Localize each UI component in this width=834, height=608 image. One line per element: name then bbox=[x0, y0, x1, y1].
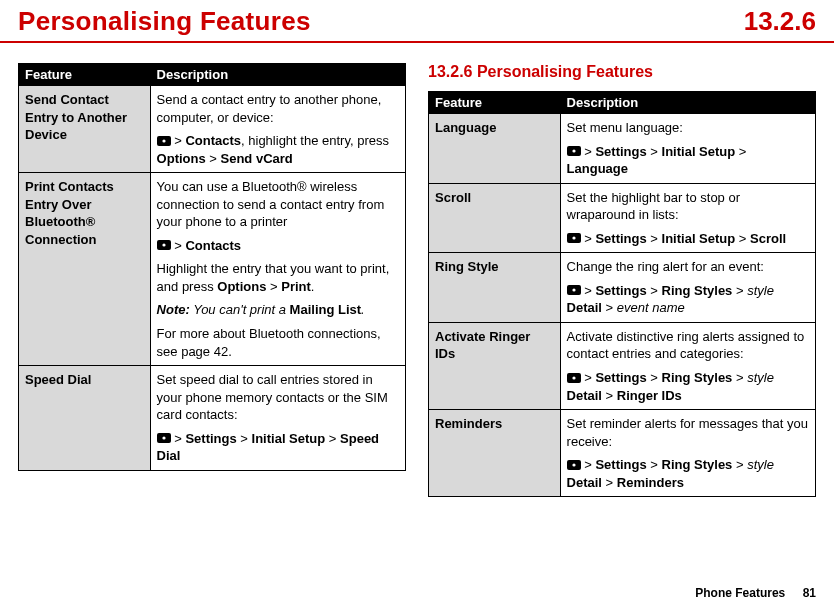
table-row: Print Contacts Entry Over Bluetooth® Con… bbox=[19, 173, 406, 366]
gt: > bbox=[584, 283, 595, 298]
desc-text: Change the ring alert for an event: bbox=[567, 258, 809, 276]
gt: > bbox=[647, 144, 662, 159]
note-text: You can't print a bbox=[190, 302, 290, 317]
menu-item: Settings bbox=[595, 457, 646, 472]
desc-text: Set speed dial to call entries stored in… bbox=[157, 371, 399, 424]
note: Note: You can't print a Mailing List. bbox=[157, 301, 399, 319]
gt: > bbox=[647, 457, 662, 472]
desc-text: For more about Bluetooth connections, se… bbox=[157, 325, 399, 360]
menu-item: Detail bbox=[567, 475, 602, 490]
center-key-icon bbox=[567, 146, 581, 156]
feature-desc: Send a contact entry to another phone, c… bbox=[150, 86, 405, 173]
menu-item: Settings bbox=[595, 283, 646, 298]
menu-item: Language bbox=[567, 161, 628, 176]
menu-path: > Settings > Ring Styles > style Detail … bbox=[567, 282, 809, 317]
menu-item: Settings bbox=[595, 231, 646, 246]
feature-desc: Set speed dial to call entries stored in… bbox=[150, 366, 405, 471]
feature-name: Speed Dial bbox=[19, 366, 151, 471]
feature-desc: Set menu language: > Settings > Initial … bbox=[560, 114, 815, 184]
feature-name: Ring Style bbox=[429, 253, 561, 323]
gt: > bbox=[174, 133, 185, 148]
menu-path: > Contacts, highlight the entry, press O… bbox=[157, 132, 399, 167]
menu-item: Print bbox=[281, 279, 311, 294]
left-column: Feature Description Send Contact Entry t… bbox=[18, 63, 406, 497]
table-row: Activate Ringer IDs Activate distinctive… bbox=[429, 322, 816, 409]
menu-path: > Contacts bbox=[157, 237, 399, 255]
gt: > bbox=[602, 300, 617, 315]
center-key-icon bbox=[157, 433, 171, 443]
feature-desc: You can use a Bluetooth® wireless connec… bbox=[150, 173, 405, 366]
menu-item: Ringer IDs bbox=[617, 388, 682, 403]
feature-name: Language bbox=[429, 114, 561, 184]
desc-text: Activate distinctive ring alerts assigne… bbox=[567, 328, 809, 363]
menu-path: > Settings > Initial Setup > Speed Dial bbox=[157, 430, 399, 465]
menu-item: Settings bbox=[595, 370, 646, 385]
desc-text: Highlight the entry that you want to pri… bbox=[157, 260, 399, 295]
menu-item: Initial Setup bbox=[662, 144, 736, 159]
gt: > bbox=[174, 238, 185, 253]
th-feature: Feature bbox=[19, 64, 151, 86]
menu-item: Initial Setup bbox=[662, 231, 736, 246]
desc-text: You can use a Bluetooth® wireless connec… bbox=[157, 178, 399, 231]
center-key-icon bbox=[157, 240, 171, 250]
event-placeholder: event name bbox=[617, 300, 685, 315]
gt: > bbox=[647, 370, 662, 385]
svg-point-9 bbox=[572, 237, 575, 240]
gt: > bbox=[732, 370, 747, 385]
desc-text: Send a contact entry to another phone, c… bbox=[157, 91, 399, 126]
feature-name: Activate Ringer IDs bbox=[429, 322, 561, 409]
menu-item: Options bbox=[157, 151, 206, 166]
gt: > bbox=[735, 144, 746, 159]
menu-item: Options bbox=[217, 279, 266, 294]
gt: > bbox=[206, 151, 221, 166]
gt: > bbox=[732, 283, 747, 298]
desc-text: Set the highlight bar to stop or wraparo… bbox=[567, 189, 809, 224]
th-description: Description bbox=[150, 64, 405, 86]
menu-path: > Settings > Ring Styles > style Detail … bbox=[567, 369, 809, 404]
center-key-icon bbox=[567, 233, 581, 243]
th-description: Description bbox=[560, 92, 815, 114]
note-label: Note: bbox=[157, 302, 190, 317]
svg-point-15 bbox=[572, 463, 575, 466]
section-heading: 13.2.6 Personalising Features bbox=[428, 63, 816, 81]
menu-item: Settings bbox=[185, 431, 236, 446]
gt: > bbox=[647, 283, 662, 298]
feature-desc: Set the highlight bar to stop or wraparo… bbox=[560, 183, 815, 253]
menu-path: > Settings > Initial Setup > Scroll bbox=[567, 230, 809, 248]
left-feature-table: Feature Description Send Contact Entry t… bbox=[18, 63, 406, 471]
gt: > bbox=[266, 279, 281, 294]
desc-text: Set reminder alerts for messages that yo… bbox=[567, 415, 809, 450]
menu-item: Initial Setup bbox=[252, 431, 326, 446]
style-placeholder: style bbox=[747, 370, 774, 385]
page-title: Personalising Features bbox=[18, 6, 311, 37]
menu-item: Ring Styles bbox=[662, 457, 733, 472]
th-feature: Feature bbox=[429, 92, 561, 114]
svg-point-11 bbox=[572, 289, 575, 292]
gt: > bbox=[584, 231, 595, 246]
section-number: 13.2.6 bbox=[744, 6, 816, 37]
gt: > bbox=[584, 457, 595, 472]
gt: > bbox=[602, 388, 617, 403]
gt: > bbox=[647, 231, 662, 246]
right-feature-table: Feature Description Language Set menu la… bbox=[428, 91, 816, 497]
style-placeholder: style bbox=[747, 457, 774, 472]
style-placeholder: style bbox=[747, 283, 774, 298]
page-number: 81 bbox=[803, 586, 816, 600]
center-key-icon bbox=[567, 373, 581, 383]
desc-text: , highlight the entry, press bbox=[241, 133, 389, 148]
menu-item: Detail bbox=[567, 388, 602, 403]
svg-point-3 bbox=[162, 244, 165, 247]
center-key-icon bbox=[567, 285, 581, 295]
menu-item: Scroll bbox=[750, 231, 786, 246]
menu-item: Contacts bbox=[185, 238, 241, 253]
feature-desc: Set reminder alerts for messages that yo… bbox=[560, 410, 815, 497]
gt: > bbox=[735, 231, 750, 246]
feature-name: Scroll bbox=[429, 183, 561, 253]
table-row: Speed Dial Set speed dial to call entrie… bbox=[19, 366, 406, 471]
table-row: Reminders Set reminder alerts for messag… bbox=[429, 410, 816, 497]
svg-point-5 bbox=[162, 437, 165, 440]
page-footer: Phone Features 81 bbox=[695, 586, 816, 600]
gt: > bbox=[584, 144, 595, 159]
table-row: Send Contact Entry to Another Device Sen… bbox=[19, 86, 406, 173]
feature-desc: Activate distinctive ring alerts assigne… bbox=[560, 322, 815, 409]
